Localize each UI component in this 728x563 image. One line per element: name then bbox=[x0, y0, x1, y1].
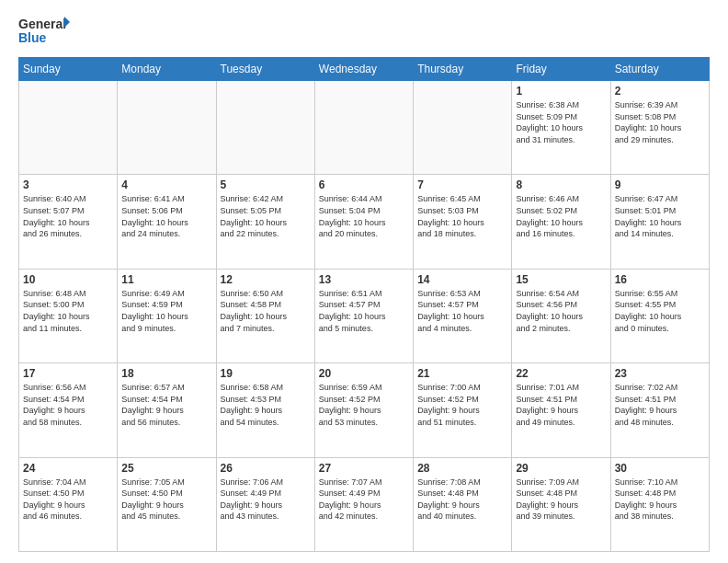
day-number: 12 bbox=[221, 273, 311, 286]
svg-text:Blue: Blue bbox=[18, 30, 47, 45]
day-info: Sunrise: 6:48 AM Sunset: 5:00 PM Dayligh… bbox=[23, 288, 113, 334]
day-info: Sunrise: 6:55 AM Sunset: 4:55 PM Dayligh… bbox=[615, 288, 705, 334]
calendar-cell: 2Sunrise: 6:39 AM Sunset: 5:08 PM Daylig… bbox=[610, 81, 709, 175]
day-number: 9 bbox=[615, 178, 705, 191]
calendar-cell: 23Sunrise: 7:02 AM Sunset: 4:51 PM Dayli… bbox=[610, 363, 709, 457]
calendar-cell: 19Sunrise: 6:58 AM Sunset: 4:53 PM Dayli… bbox=[216, 363, 314, 457]
calendar-cell: 6Sunrise: 6:44 AM Sunset: 5:04 PM Daylig… bbox=[314, 175, 413, 269]
day-info: Sunrise: 7:05 AM Sunset: 4:50 PM Dayligh… bbox=[121, 477, 211, 523]
day-number: 22 bbox=[516, 367, 606, 380]
day-number: 19 bbox=[221, 367, 311, 380]
day-number: 28 bbox=[417, 462, 507, 475]
weekday-label: Wednesday bbox=[314, 58, 413, 81]
day-number: 5 bbox=[221, 178, 311, 191]
day-info: Sunrise: 6:50 AM Sunset: 4:58 PM Dayligh… bbox=[221, 288, 311, 334]
day-info: Sunrise: 6:41 AM Sunset: 5:06 PM Dayligh… bbox=[121, 193, 211, 239]
day-number: 13 bbox=[319, 273, 409, 286]
weekday-label: Monday bbox=[118, 58, 216, 81]
calendar-cell: 7Sunrise: 6:45 AM Sunset: 5:03 PM Daylig… bbox=[414, 175, 512, 269]
day-number: 6 bbox=[319, 178, 409, 191]
day-info: Sunrise: 7:07 AM Sunset: 4:49 PM Dayligh… bbox=[319, 477, 409, 523]
calendar-cell: 18Sunrise: 6:57 AM Sunset: 4:54 PM Dayli… bbox=[118, 363, 216, 457]
day-info: Sunrise: 7:04 AM Sunset: 4:50 PM Dayligh… bbox=[23, 477, 113, 523]
svg-marker-2 bbox=[64, 17, 70, 28]
day-info: Sunrise: 6:47 AM Sunset: 5:01 PM Dayligh… bbox=[615, 193, 705, 239]
calendar-cell: 28Sunrise: 7:08 AM Sunset: 4:48 PM Dayli… bbox=[414, 457, 512, 551]
day-number: 3 bbox=[23, 178, 113, 191]
svg-text:General: General bbox=[18, 17, 66, 31]
calendar-cell: 22Sunrise: 7:01 AM Sunset: 4:51 PM Dayli… bbox=[512, 363, 610, 457]
calendar-cell: 9Sunrise: 6:47 AM Sunset: 5:01 PM Daylig… bbox=[610, 175, 709, 269]
day-number: 27 bbox=[319, 462, 409, 475]
day-info: Sunrise: 6:54 AM Sunset: 4:56 PM Dayligh… bbox=[516, 288, 606, 334]
day-number: 25 bbox=[121, 462, 211, 475]
day-info: Sunrise: 6:57 AM Sunset: 4:54 PM Dayligh… bbox=[121, 382, 211, 428]
day-number: 29 bbox=[516, 462, 606, 475]
calendar-cell: 27Sunrise: 7:07 AM Sunset: 4:49 PM Dayli… bbox=[314, 457, 413, 551]
calendar-cell bbox=[118, 81, 216, 175]
calendar-cell: 24Sunrise: 7:04 AM Sunset: 4:50 PM Dayli… bbox=[19, 457, 118, 551]
calendar-cell: 21Sunrise: 7:00 AM Sunset: 4:52 PM Dayli… bbox=[414, 363, 512, 457]
calendar-cell: 16Sunrise: 6:55 AM Sunset: 4:55 PM Dayli… bbox=[610, 269, 709, 362]
calendar-cell: 10Sunrise: 6:48 AM Sunset: 5:00 PM Dayli… bbox=[19, 269, 118, 362]
weekday-label: Sunday bbox=[19, 58, 118, 81]
calendar-cell: 12Sunrise: 6:50 AM Sunset: 4:58 PM Dayli… bbox=[216, 269, 314, 362]
day-number: 10 bbox=[23, 273, 113, 286]
day-info: Sunrise: 7:02 AM Sunset: 4:51 PM Dayligh… bbox=[615, 382, 705, 428]
calendar-cell: 25Sunrise: 7:05 AM Sunset: 4:50 PM Dayli… bbox=[118, 457, 216, 551]
day-number: 7 bbox=[417, 178, 507, 191]
calendar-cell: 3Sunrise: 6:40 AM Sunset: 5:07 PM Daylig… bbox=[19, 175, 118, 269]
day-info: Sunrise: 6:44 AM Sunset: 5:04 PM Dayligh… bbox=[319, 193, 409, 239]
day-number: 18 bbox=[121, 367, 211, 380]
day-info: Sunrise: 6:56 AM Sunset: 4:54 PM Dayligh… bbox=[23, 382, 113, 428]
page-header: General Blue bbox=[18, 15, 710, 48]
calendar-table: SundayMondayTuesdayWednesdayThursdayFrid… bbox=[18, 57, 710, 552]
calendar-cell: 14Sunrise: 6:53 AM Sunset: 4:57 PM Dayli… bbox=[414, 269, 512, 362]
calendar-cell: 1Sunrise: 6:38 AM Sunset: 5:09 PM Daylig… bbox=[512, 81, 610, 175]
calendar-cell: 15Sunrise: 6:54 AM Sunset: 4:56 PM Dayli… bbox=[512, 269, 610, 362]
day-number: 14 bbox=[417, 273, 507, 286]
calendar-cell bbox=[19, 81, 118, 175]
calendar-cell: 29Sunrise: 7:09 AM Sunset: 4:48 PM Dayli… bbox=[512, 457, 610, 551]
day-info: Sunrise: 6:45 AM Sunset: 5:03 PM Dayligh… bbox=[417, 193, 507, 239]
logo-svg: General Blue bbox=[18, 15, 70, 48]
day-number: 20 bbox=[319, 367, 409, 380]
calendar-week-row: 10Sunrise: 6:48 AM Sunset: 5:00 PM Dayli… bbox=[19, 269, 710, 362]
day-info: Sunrise: 6:38 AM Sunset: 5:09 PM Dayligh… bbox=[516, 99, 606, 145]
day-number: 15 bbox=[516, 273, 606, 286]
calendar-cell: 11Sunrise: 6:49 AM Sunset: 4:59 PM Dayli… bbox=[118, 269, 216, 362]
calendar-cell: 20Sunrise: 6:59 AM Sunset: 4:52 PM Dayli… bbox=[314, 363, 413, 457]
day-number: 4 bbox=[121, 178, 211, 191]
calendar-cell bbox=[216, 81, 314, 175]
calendar-cell: 4Sunrise: 6:41 AM Sunset: 5:06 PM Daylig… bbox=[118, 175, 216, 269]
day-info: Sunrise: 7:10 AM Sunset: 4:48 PM Dayligh… bbox=[615, 477, 705, 523]
calendar-week-row: 17Sunrise: 6:56 AM Sunset: 4:54 PM Dayli… bbox=[19, 363, 710, 457]
day-info: Sunrise: 6:46 AM Sunset: 5:02 PM Dayligh… bbox=[516, 193, 606, 239]
calendar-week-row: 1Sunrise: 6:38 AM Sunset: 5:09 PM Daylig… bbox=[19, 81, 710, 175]
day-number: 21 bbox=[417, 367, 507, 380]
calendar-cell bbox=[314, 81, 413, 175]
day-info: Sunrise: 6:58 AM Sunset: 4:53 PM Dayligh… bbox=[221, 382, 311, 428]
logo: General Blue bbox=[18, 15, 70, 48]
day-info: Sunrise: 7:06 AM Sunset: 4:49 PM Dayligh… bbox=[221, 477, 311, 523]
calendar-cell: 17Sunrise: 6:56 AM Sunset: 4:54 PM Dayli… bbox=[19, 363, 118, 457]
day-info: Sunrise: 6:40 AM Sunset: 5:07 PM Dayligh… bbox=[23, 193, 113, 239]
day-info: Sunrise: 6:42 AM Sunset: 5:05 PM Dayligh… bbox=[221, 193, 311, 239]
calendar-cell bbox=[414, 81, 512, 175]
day-info: Sunrise: 6:53 AM Sunset: 4:57 PM Dayligh… bbox=[417, 288, 507, 334]
day-info: Sunrise: 6:39 AM Sunset: 5:08 PM Dayligh… bbox=[615, 99, 705, 145]
day-info: Sunrise: 6:49 AM Sunset: 4:59 PM Dayligh… bbox=[121, 288, 211, 334]
day-number: 17 bbox=[23, 367, 113, 380]
calendar-cell: 5Sunrise: 6:42 AM Sunset: 5:05 PM Daylig… bbox=[216, 175, 314, 269]
day-number: 8 bbox=[516, 178, 606, 191]
day-number: 11 bbox=[121, 273, 211, 286]
weekday-label: Saturday bbox=[610, 58, 709, 81]
weekday-label: Thursday bbox=[414, 58, 512, 81]
calendar-cell: 13Sunrise: 6:51 AM Sunset: 4:57 PM Dayli… bbox=[314, 269, 413, 362]
day-number: 30 bbox=[615, 462, 705, 475]
calendar-cell: 8Sunrise: 6:46 AM Sunset: 5:02 PM Daylig… bbox=[512, 175, 610, 269]
day-number: 16 bbox=[615, 273, 705, 286]
day-info: Sunrise: 7:01 AM Sunset: 4:51 PM Dayligh… bbox=[516, 382, 606, 428]
calendar-week-row: 3Sunrise: 6:40 AM Sunset: 5:07 PM Daylig… bbox=[19, 175, 710, 269]
day-number: 2 bbox=[615, 85, 705, 98]
